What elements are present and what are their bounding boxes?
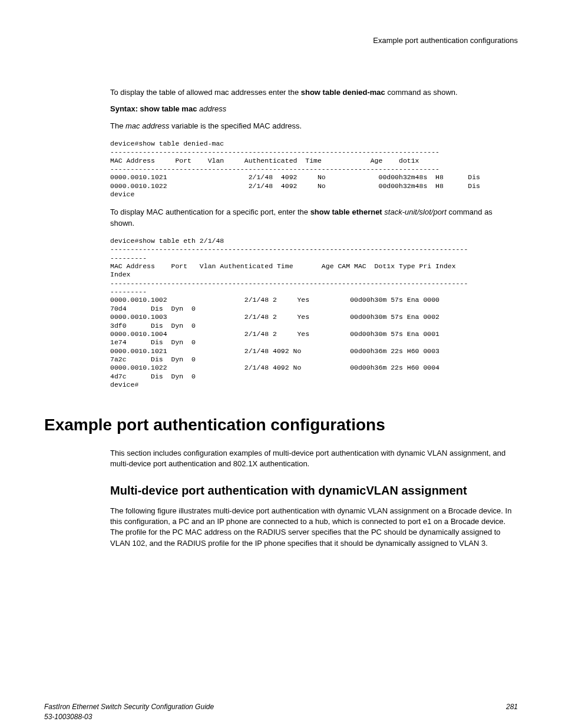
mac-address-italic: mac address [125,121,169,130]
code-block-denied-mac: device#show table denied-mac -----------… [110,140,518,199]
intro-paragraph-2: The mac address variable is the specifie… [110,121,518,131]
page-footer: FastIron Ethernet Switch Security Config… [44,702,518,722]
text: To display the table of allowed mac addr… [110,88,301,97]
text: variable is the specified MAC address. [169,121,302,130]
mid-paragraph: To display MAC authentication for a spec… [110,207,518,228]
section-heading-h2: Multi-device port authentication with dy… [110,482,518,499]
syntax-label: Syntax: show table mac [110,104,199,113]
intro-paragraph-1: To display the table of allowed mac addr… [110,87,518,98]
section-heading-h1: Example port authentication configuratio… [44,413,518,436]
command-bold: show table denied-mac [301,88,385,97]
text: command as shown. [385,88,458,97]
footer-left: FastIron Ethernet Switch Security Config… [44,702,214,722]
code-block-eth-table: device#show table eth 2/1/48 -----------… [110,237,518,390]
footer-doc-number: 53-1003088-03 [44,712,214,722]
syntax-arg: address [199,104,226,113]
command-arg-italic: stack-unit/slot/port [384,207,447,216]
section-paragraph-1: This section includes configuration exam… [110,448,518,469]
text: To display MAC authentication for a spec… [110,207,310,216]
footer-page-number: 281 [506,702,518,722]
footer-doc-title: FastIron Ethernet Switch Security Config… [44,702,214,712]
syntax-line: Syntax: show table mac address [110,104,518,114]
page-header-title: Example port authentication configuratio… [44,35,518,46]
text: The [110,121,125,130]
section-paragraph-2: The following figure illustrates multi-d… [110,506,518,549]
command-bold: show table ethernet [310,207,385,216]
